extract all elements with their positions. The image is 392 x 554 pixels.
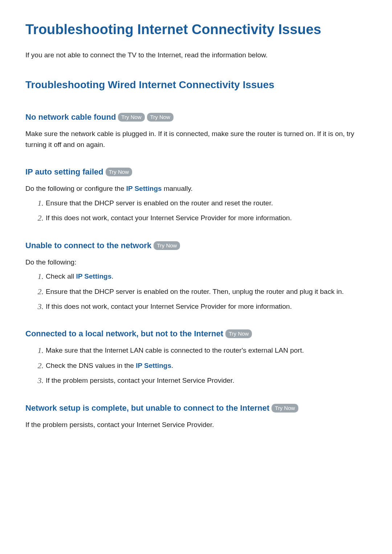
try-now-button[interactable]: Try Now bbox=[118, 113, 144, 122]
step-number: 3. bbox=[33, 300, 44, 313]
try-now-button[interactable]: Try Now bbox=[106, 168, 132, 176]
section-body: Make sure the network cable is plugged i… bbox=[25, 128, 367, 150]
step-text: If this does not work, contact your Inte… bbox=[46, 303, 292, 310]
document-page: Troubleshooting Internet Connectivity Is… bbox=[0, 0, 392, 469]
section-heading: Unable to connect to the network bbox=[25, 241, 151, 250]
try-now-button[interactable]: Try Now bbox=[225, 329, 252, 338]
section-connected-local-not-internet: Connected to a local network, but not to… bbox=[25, 329, 367, 386]
lead-after: manually. bbox=[162, 185, 193, 192]
list-item: 1. Make sure that the Internet LAN cable… bbox=[36, 345, 367, 356]
step-number: 1. bbox=[33, 344, 44, 357]
section-no-network-cable: No network cable found Try Now Try Now M… bbox=[25, 112, 367, 150]
section-heading-row: No network cable found Try Now Try Now bbox=[25, 112, 367, 122]
try-now-button[interactable]: Try Now bbox=[147, 113, 173, 122]
ip-settings-link[interactable]: IP Settings bbox=[76, 272, 111, 280]
list-item: 3. If this does not work, contact your I… bbox=[36, 301, 367, 312]
section-body: Do the following: bbox=[25, 257, 367, 267]
try-now-button[interactable]: Try Now bbox=[154, 241, 180, 250]
section-lead: Do the following or configure the IP Set… bbox=[25, 183, 367, 194]
step-list: 1. Ensure that the DHCP server is enable… bbox=[25, 198, 367, 223]
step-text: Make sure that the Internet LAN cable is… bbox=[46, 346, 304, 354]
section-unable-to-connect: Unable to connect to the network Try Now… bbox=[25, 241, 367, 312]
step-text: Ensure that the DHCP server is enabled o… bbox=[46, 288, 344, 295]
section-heading: No network cable found bbox=[25, 112, 116, 122]
step-text-before: Check the DNS values in the bbox=[46, 362, 136, 369]
section-network-setup-complete: Network setup is complete, but unable to… bbox=[25, 403, 367, 430]
ip-settings-link[interactable]: IP Settings bbox=[126, 185, 162, 192]
step-number: 2. bbox=[33, 360, 44, 372]
step-list: 1. Make sure that the Internet LAN cable… bbox=[25, 345, 367, 386]
list-item: 2. Ensure that the DHCP server is enable… bbox=[36, 286, 367, 297]
step-number: 1. bbox=[33, 197, 44, 209]
lead-before: Do the following or configure the bbox=[25, 185, 126, 192]
section-heading-row: Unable to connect to the network Try Now bbox=[25, 241, 367, 250]
list-item: 1. Ensure that the DHCP server is enable… bbox=[36, 198, 367, 208]
step-text-after: . bbox=[111, 272, 113, 280]
step-text: Ensure that the DHCP server is enabled o… bbox=[46, 199, 273, 207]
step-text: If the problem persists, contact your In… bbox=[46, 377, 234, 384]
list-item: 2. If this does not work, contact your I… bbox=[36, 213, 367, 223]
list-item: 1. Check all IP Settings. bbox=[36, 271, 367, 282]
step-text: If this does not work, contact your Inte… bbox=[46, 214, 292, 222]
step-number: 2. bbox=[33, 286, 44, 298]
step-number: 3. bbox=[33, 374, 44, 387]
step-number: 1. bbox=[33, 270, 44, 283]
list-item: 2. Check the DNS values in the IP Settin… bbox=[36, 360, 367, 371]
step-number: 2. bbox=[33, 212, 44, 224]
step-text-after: . bbox=[171, 362, 173, 369]
section-ip-auto-setting-failed: IP auto setting failed Try Now Do the fo… bbox=[25, 167, 367, 223]
section-heading: IP auto setting failed bbox=[25, 167, 103, 177]
section-body: If the problem persists, contact your In… bbox=[25, 419, 367, 430]
section-heading: Network setup is complete, but unable to… bbox=[25, 403, 269, 413]
list-item: 3. If the problem persists, contact your… bbox=[36, 375, 367, 386]
intro-paragraph: If you are not able to connect the TV to… bbox=[25, 50, 367, 60]
section-subtitle: Troubleshooting Wired Internet Connectiv… bbox=[25, 79, 367, 91]
section-heading: Connected to a local network, but not to… bbox=[25, 329, 223, 338]
ip-settings-link[interactable]: IP Settings bbox=[136, 362, 171, 369]
section-heading-row: Connected to a local network, but not to… bbox=[25, 329, 367, 338]
section-heading-row: Network setup is complete, but unable to… bbox=[25, 403, 367, 413]
step-list: 1. Check all IP Settings. 2. Ensure that… bbox=[25, 271, 367, 312]
step-text-before: Check all bbox=[46, 272, 76, 280]
page-title: Troubleshooting Internet Connectivity Is… bbox=[25, 22, 367, 37]
section-heading-row: IP auto setting failed Try Now bbox=[25, 167, 367, 177]
try-now-button[interactable]: Try Now bbox=[271, 404, 298, 413]
